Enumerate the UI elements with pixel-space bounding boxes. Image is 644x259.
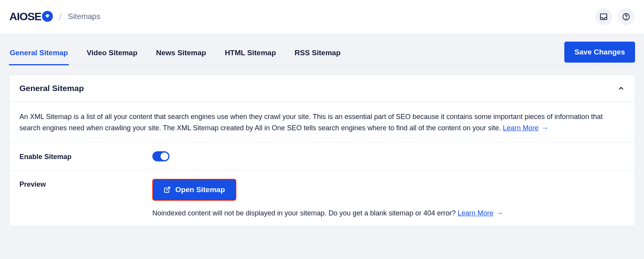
tab-rss-sitemap[interactable]: RSS Sitemap <box>294 44 341 65</box>
save-button[interactable]: Save Changes <box>564 42 635 63</box>
card-title: General Sitemap <box>19 84 84 93</box>
logo: AIOSE <box>9 10 53 23</box>
open-sitemap-label: Open Sitemap <box>175 186 225 194</box>
breadcrumb-separator: / <box>59 11 62 22</box>
inbox-icon[interactable] <box>595 8 612 25</box>
breadcrumb-page: Sitemaps <box>68 12 100 21</box>
arrow-icon: → <box>494 209 503 217</box>
preview-value: Open Sitemap Noindexed content will not … <box>152 179 625 217</box>
open-sitemap-button[interactable]: Open Sitemap <box>152 179 236 201</box>
help-icon[interactable] <box>618 8 635 25</box>
svg-point-3 <box>626 18 627 19</box>
tabs-bar: General Sitemap Video Sitemap News Sitem… <box>9 33 635 65</box>
learn-more-link[interactable]: Learn More <box>503 124 539 132</box>
app-header: AIOSE / Sitemaps <box>0 0 644 33</box>
logo-text: AIOSE <box>9 10 41 23</box>
arrow-icon: → <box>539 124 548 132</box>
header-actions <box>595 8 635 25</box>
preview-note: Noindexed content will not be displayed … <box>152 209 625 217</box>
tab-video-sitemap[interactable]: Video Sitemap <box>86 44 138 65</box>
preview-note-text: Noindexed content will not be displayed … <box>152 209 457 217</box>
tab-html-sitemap[interactable]: HTML Sitemap <box>224 44 277 65</box>
card-description: An XML Sitemap is a list of all your con… <box>9 102 635 143</box>
tab-news-sitemap[interactable]: News Sitemap <box>155 44 207 65</box>
preview-row: Preview Open Sitemap Noindexed content w… <box>9 170 635 226</box>
preview-learn-more-link[interactable]: Learn More <box>457 209 493 217</box>
enable-sitemap-row: Enable Sitemap <box>9 143 635 170</box>
tabs: General Sitemap Video Sitemap News Sitem… <box>9 44 341 65</box>
external-link-icon <box>164 186 171 193</box>
enable-sitemap-value <box>152 151 625 161</box>
preview-label: Preview <box>19 179 152 217</box>
card-header: General Sitemap <box>9 75 635 102</box>
svg-line-4 <box>167 187 170 190</box>
tab-general-sitemap[interactable]: General Sitemap <box>9 44 69 65</box>
enable-sitemap-label: Enable Sitemap <box>19 151 152 161</box>
general-sitemap-card: General Sitemap An XML Sitemap is a list… <box>9 75 635 226</box>
collapse-icon[interactable] <box>618 85 625 92</box>
enable-sitemap-toggle[interactable] <box>152 151 169 161</box>
gear-icon <box>42 11 53 22</box>
